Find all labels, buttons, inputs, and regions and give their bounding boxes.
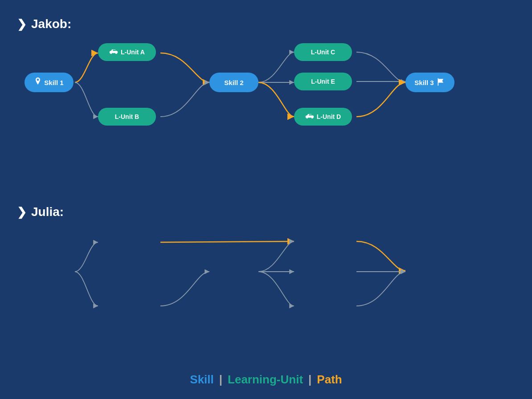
julia-arrows: [0, 0, 490, 399]
legend-skill: Skill: [190, 373, 213, 387]
julia-section: ❯ Julia: Skill 1 L-Unit A L-Unit B Skill…: [0, 191, 532, 383]
legend-sep2: |: [308, 373, 311, 387]
legend-path: Path: [317, 373, 342, 387]
legend: Skill | Learning-Unit | Path: [190, 373, 342, 387]
legend-lunit: Learning-Unit: [228, 373, 303, 387]
legend-sep1: |: [219, 373, 222, 387]
